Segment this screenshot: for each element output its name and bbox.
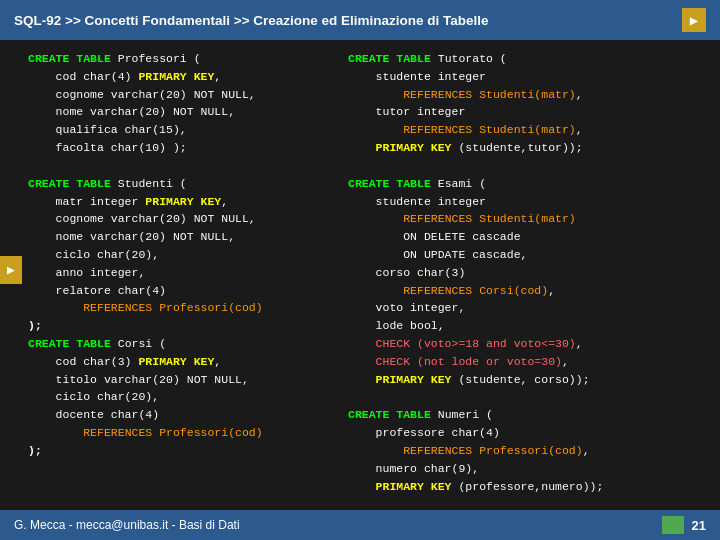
- slide: SQL-92 >> Concetti Fondamentali >> Creaz…: [0, 0, 720, 540]
- prev-arrow-button[interactable]: ▶: [0, 256, 22, 284]
- header-bar: SQL-92 >> Concetti Fondamentali >> Creaz…: [0, 0, 720, 40]
- code-column-left: CREATE TABLE Professori ( cod char(4) PR…: [28, 50, 338, 500]
- footer-right: 21: [662, 516, 706, 534]
- code-right: CREATE TABLE Tutorato ( studente integer…: [348, 50, 710, 495]
- next-arrow-button[interactable]: ▶: [682, 8, 706, 32]
- main-content: CREATE TABLE Professori ( cod char(4) PR…: [0, 40, 720, 510]
- footer-color-box: [662, 516, 684, 534]
- page-number: 21: [692, 518, 706, 533]
- left-arrow-icon: ▶: [7, 262, 15, 278]
- footer-text: G. Mecca - mecca@unibas.it - Basi di Dat…: [14, 518, 240, 532]
- code-column-right: CREATE TABLE Tutorato ( studente integer…: [348, 50, 710, 500]
- header-title: SQL-92 >> Concetti Fondamentali >> Creaz…: [14, 13, 489, 28]
- code-left: CREATE TABLE Professori ( cod char(4) PR…: [28, 50, 338, 460]
- footer-bar: G. Mecca - mecca@unibas.it - Basi di Dat…: [0, 510, 720, 540]
- arrow-icon: ▶: [690, 12, 698, 29]
